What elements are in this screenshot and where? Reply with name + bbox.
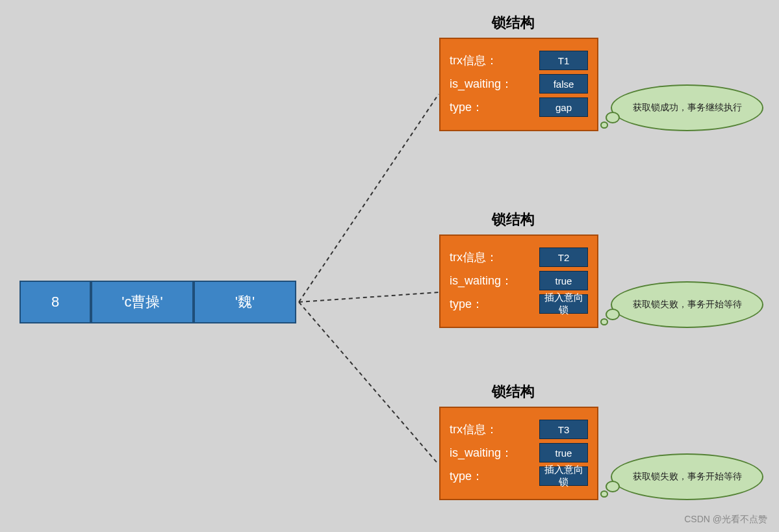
record-cell-name: 'c曹操' [91,281,194,323]
svg-line-1 [299,292,439,302]
lock-label-trx: trx信息： [450,53,498,68]
lock-row-trx: trx信息： T3 [450,420,588,439]
lock-row-type: type： gap [450,97,588,117]
svg-line-2 [299,302,439,464]
lock-title-1: 锁结构 [492,13,535,32]
lock-label-type: type： [450,99,483,115]
lock-row-waiting: is_waiting： true [450,443,588,462]
lock-value-trx: T2 [539,247,588,267]
lock-label-waiting: is_waiting： [450,76,513,92]
lock-label-trx: trx信息： [450,249,498,265]
bubble-1: 获取锁成功，事务继续执行 [611,84,763,131]
lock-label-waiting: is_waiting： [450,445,513,461]
record-row: 8 'c曹操' '魏' [19,281,296,323]
lock-value-waiting: true [539,271,588,290]
lock-label-waiting: is_waiting： [450,273,513,288]
record-cell-kingdom: '魏' [194,281,296,323]
lock-title-3: 锁结构 [492,382,535,401]
lock-value-type: 插入意向锁 [539,294,588,314]
lock-value-waiting: false [539,74,588,94]
lock-title-2: 锁结构 [492,210,535,229]
lock-row-waiting: is_waiting： false [450,74,588,94]
lock-label-trx: trx信息： [450,422,498,437]
lock-row-trx: trx信息： T1 [450,51,588,70]
record-cell-id: 8 [19,281,91,323]
lock-row-trx: trx信息： T2 [450,247,588,267]
bubble-3: 获取锁失败，事务开始等待 [611,453,763,500]
lock-label-type: type： [450,468,483,484]
lock-value-type: 插入意向锁 [539,466,588,486]
bubble-2: 获取锁失败，事务开始等待 [611,281,763,328]
lock-box-3: trx信息： T3 is_waiting： true type： 插入意向锁 [439,407,598,500]
lock-box-1: trx信息： T1 is_waiting： false type： gap [439,38,598,131]
lock-row-waiting: is_waiting： true [450,271,588,290]
lock-value-trx: T1 [539,51,588,70]
lock-row-type: type： 插入意向锁 [450,294,588,314]
connector-lines [0,0,779,532]
watermark: CSDN @光看不点赞 [684,514,767,526]
lock-row-type: type： 插入意向锁 [450,466,588,486]
lock-value-trx: T3 [539,420,588,439]
lock-label-type: type： [450,296,483,312]
lock-value-waiting: true [539,443,588,462]
lock-box-2: trx信息： T2 is_waiting： true type： 插入意向锁 [439,234,598,328]
lock-value-type: gap [539,97,588,117]
svg-line-0 [299,94,439,302]
